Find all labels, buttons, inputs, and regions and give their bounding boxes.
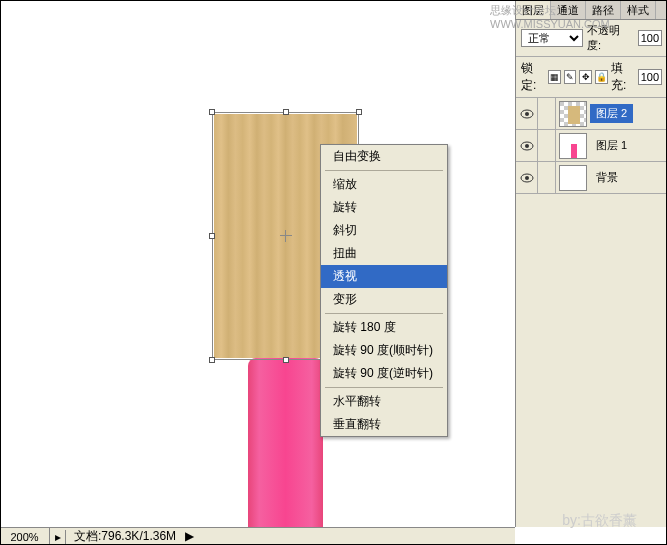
layer-row[interactable]: 图层 2 <box>516 98 667 130</box>
visibility-toggle[interactable] <box>516 162 538 194</box>
layer-row[interactable]: 背景 <box>516 162 667 194</box>
eye-icon <box>520 173 534 183</box>
layer-row[interactable]: 图层 1 <box>516 130 667 162</box>
eye-icon <box>520 109 534 119</box>
layer-name[interactable]: 背景 <box>590 168 624 187</box>
layer-list: 图层 2图层 1背景 <box>516 98 667 194</box>
opacity-label: 不透明度: <box>587 23 634 53</box>
menu-item[interactable]: 变形 <box>321 288 447 311</box>
menu-item[interactable]: 斜切 <box>321 219 447 242</box>
menu-separator <box>325 313 443 314</box>
menu-item[interactable]: 旋转 90 度(逆时针) <box>321 362 447 385</box>
layer-thumbnail[interactable] <box>559 133 587 159</box>
visibility-toggle[interactable] <box>516 98 538 130</box>
svg-point-3 <box>525 144 529 148</box>
lock-label: 锁定: <box>521 60 545 94</box>
menu-item[interactable]: 水平翻转 <box>321 390 447 413</box>
menu-item[interactable]: 扭曲 <box>321 242 447 265</box>
transform-handle-bl[interactable] <box>209 357 215 363</box>
link-col[interactable] <box>538 98 556 130</box>
menu-separator <box>325 387 443 388</box>
layers-panel: 图层 通道 路径 样式 正常 不透明度: 锁定: ▦ ✎ ✥ 🔒 填充: 图层 … <box>515 0 667 527</box>
eye-icon <box>520 141 534 151</box>
lock-pixels-icon[interactable]: ✎ <box>564 70 577 84</box>
tab-paths[interactable]: 路径 <box>586 0 621 19</box>
status-bar: 200% ▸ 文档:796.3K/1.36M ▶ <box>0 527 515 545</box>
layer-name[interactable]: 图层 1 <box>590 136 633 155</box>
menu-separator <box>325 170 443 171</box>
menu-item[interactable]: 旋转 <box>321 196 447 219</box>
lock-position-icon[interactable]: ✥ <box>579 70 592 84</box>
layer-name[interactable]: 图层 2 <box>590 104 633 123</box>
transform-handle-tl[interactable] <box>209 109 215 115</box>
opacity-input[interactable] <box>638 30 662 46</box>
svg-point-1 <box>525 112 529 116</box>
menu-item[interactable]: 旋转 180 度 <box>321 316 447 339</box>
menu-item[interactable]: 垂直翻转 <box>321 413 447 436</box>
fill-input[interactable] <box>638 69 662 85</box>
lock-all-icon[interactable]: 🔒 <box>595 70 608 84</box>
layer-thumbnail[interactable] <box>559 165 587 191</box>
lock-transparency-icon[interactable]: ▦ <box>548 70 561 84</box>
transform-context-menu: 自由变换缩放旋转斜切扭曲透视变形旋转 180 度旋转 90 度(顺时针)旋转 9… <box>320 144 448 437</box>
canvas-area[interactable]: 自由变换缩放旋转斜切扭曲透视变形旋转 180 度旋转 90 度(顺时针)旋转 9… <box>0 0 515 527</box>
transform-handle-ml[interactable] <box>209 233 215 239</box>
menu-item[interactable]: 缩放 <box>321 173 447 196</box>
doc-info: 文档:796.3K/1.36M ▶ <box>66 528 194 545</box>
blend-mode-select[interactable]: 正常 <box>521 29 583 47</box>
zoom-input[interactable]: 200% <box>0 528 50 546</box>
tab-styles[interactable]: 样式 <box>621 0 656 19</box>
menu-item[interactable]: 旋转 90 度(顺时针) <box>321 339 447 362</box>
transform-handle-bm[interactable] <box>283 357 289 363</box>
transform-center-icon[interactable] <box>280 230 292 242</box>
tab-layers[interactable]: 图层 <box>516 0 551 19</box>
link-col[interactable] <box>538 162 556 194</box>
tab-channels[interactable]: 通道 <box>551 0 586 19</box>
svg-point-5 <box>525 176 529 180</box>
menu-item[interactable]: 透视 <box>321 265 447 288</box>
menu-item[interactable]: 自由变换 <box>321 145 447 168</box>
status-menu-icon[interactable]: ▸ <box>50 530 66 544</box>
link-col[interactable] <box>538 130 556 162</box>
visibility-toggle[interactable] <box>516 130 538 162</box>
transform-handle-tr[interactable] <box>356 109 362 115</box>
pink-shape <box>248 358 323 538</box>
panel-tabs: 图层 通道 路径 样式 <box>516 0 667 20</box>
fill-label: 填充: <box>611 60 635 94</box>
transform-handle-tm[interactable] <box>283 109 289 115</box>
layer-thumbnail[interactable] <box>559 101 587 127</box>
